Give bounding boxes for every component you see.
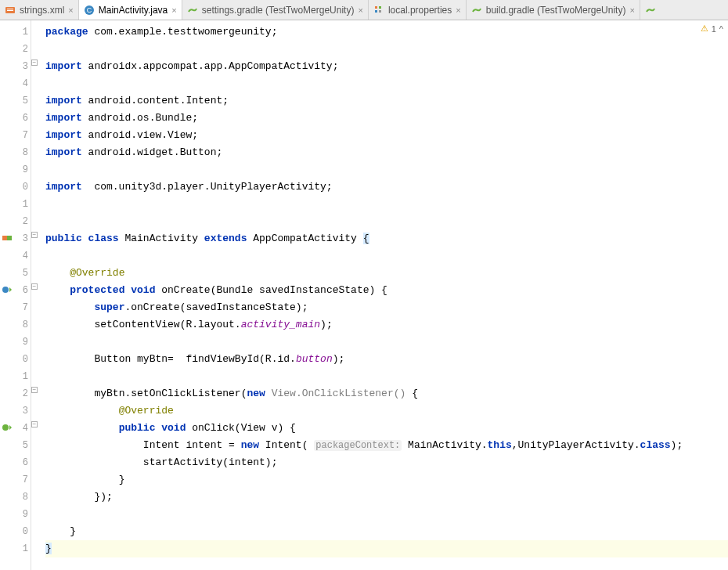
- tab-label: strings.xml: [20, 5, 64, 16]
- svg-rect-8: [379, 10, 381, 13]
- code-line: }: [45, 523, 728, 540]
- svg-point-11: [2, 287, 9, 293]
- line-number: 3: [0, 402, 31, 420]
- line-number: 9: [0, 506, 31, 523]
- code-line: import android.os.Bundle;: [45, 110, 728, 127]
- close-icon[interactable]: ×: [629, 5, 634, 15]
- code-line: public class MainActivity extends AppCom…: [45, 230, 728, 247]
- code-editor[interactable]: ⚠ 1 ^ package com.example.testtwomergeun…: [39, 20, 728, 570]
- line-number: 7: [0, 471, 31, 489]
- code-line: import android.content.Intent;: [45, 92, 728, 110]
- line-number: 6: [0, 110, 31, 127]
- svg-rect-5: [375, 6, 377, 9]
- tab-overflow[interactable]: [640, 0, 665, 20]
- code-line: });: [45, 489, 728, 506]
- line-number: 5: [0, 265, 31, 282]
- code-line: protected void onCreate(Bundle savedInst…: [45, 282, 728, 299]
- fold-gutter[interactable]: − − − − −: [31, 20, 39, 570]
- tab-label: MainActivity.java: [99, 5, 168, 16]
- line-number: 8: [0, 144, 31, 161]
- svg-rect-6: [379, 6, 381, 9]
- code-line: import androidx.appcompat.app.AppCompatA…: [45, 58, 728, 75]
- inspection-widget[interactable]: ⚠ 1 ^: [701, 23, 723, 34]
- warning-icon: ⚠: [701, 23, 708, 34]
- code-line: Intent intent = new Intent( packageConte…: [45, 437, 728, 454]
- gradle-icon: [645, 5, 656, 16]
- fold-marker[interactable]: −: [31, 232, 38, 238]
- fold-marker[interactable]: −: [31, 60, 38, 66]
- parameter-hint: packageContext:: [314, 440, 402, 451]
- line-number: 0: [0, 351, 31, 368]
- code-line: package com.example.testtwomergeunity;: [45, 23, 728, 41]
- tab-build-gradle[interactable]: build.gradle (TestTwoMergeUnity) ×: [467, 0, 640, 20]
- tab-mainactivity-java[interactable]: C MainActivity.java ×: [79, 0, 182, 20]
- line-number: 3: [0, 230, 31, 247]
- svg-text:C: C: [87, 6, 92, 14]
- line-number: 5: [0, 92, 31, 110]
- svg-point-12: [2, 424, 9, 431]
- code-line: [45, 161, 728, 179]
- code-line: Button myBtn= findViewById(R.id.button);: [45, 351, 728, 368]
- code-line: [45, 196, 728, 213]
- fold-marker[interactable]: −: [31, 283, 38, 290]
- line-number: 9: [0, 334, 31, 351]
- code-line: import android.view.View;: [45, 127, 728, 144]
- override-gutter-icon[interactable]: [2, 284, 13, 295]
- line-number: 0: [0, 179, 31, 196]
- line-number: 8: [0, 316, 31, 334]
- code-line: [45, 213, 728, 230]
- code-line: @Override: [45, 402, 728, 420]
- code-line: [45, 334, 728, 351]
- line-number: 0: [0, 523, 31, 540]
- tab-strings-xml[interactable]: strings.xml ×: [0, 0, 79, 20]
- line-number: 1: [0, 196, 31, 213]
- warning-count: 1: [712, 24, 716, 34]
- class-gutter-icon[interactable]: [2, 233, 13, 244]
- line-number: 2: [0, 41, 31, 58]
- chevron-up-icon[interactable]: ^: [719, 24, 723, 34]
- close-icon[interactable]: ×: [358, 5, 362, 15]
- code-line: [45, 75, 728, 92]
- line-number: 1: [0, 368, 31, 385]
- code-line: myBtn.setOnClickListener(new View.OnClic…: [45, 385, 728, 402]
- tab-label: local.properties: [388, 5, 452, 16]
- close-icon[interactable]: ×: [456, 5, 460, 15]
- tab-settings-gradle[interactable]: settings.gradle (TestTwoMergeUnity) ×: [182, 0, 369, 20]
- line-number-gutter[interactable]: 1 2 3 4 5 6 7 8 9 0 1 2 3 4 5 6 7 8 9 0 …: [0, 20, 31, 570]
- code-line: @Override: [45, 265, 728, 282]
- implements-gutter-icon[interactable]: [2, 422, 13, 433]
- code-line: startActivity(intent);: [45, 454, 728, 471]
- svg-rect-9: [2, 236, 7, 240]
- java-class-icon: C: [84, 5, 95, 16]
- line-number: 6: [0, 454, 31, 471]
- gradle-icon: [187, 5, 198, 16]
- line-number: 4: [0, 75, 31, 92]
- line-number: 6: [0, 282, 31, 299]
- line-number: 7: [0, 127, 31, 144]
- code-line: [45, 247, 728, 265]
- code-line: [45, 368, 728, 385]
- line-number: 4: [0, 420, 31, 437]
- tab-local-properties[interactable]: local.properties ×: [369, 0, 467, 20]
- svg-rect-2: [7, 10, 13, 11]
- line-number: 2: [0, 213, 31, 230]
- xml-icon: [5, 5, 16, 16]
- svg-rect-7: [375, 10, 377, 13]
- code-line: public void onClick(View v) {: [45, 420, 728, 437]
- svg-rect-1: [7, 9, 13, 9]
- svg-rect-10: [7, 236, 12, 240]
- close-icon[interactable]: ×: [68, 5, 73, 15]
- code-line: }: [45, 540, 728, 557]
- line-number: 5: [0, 437, 31, 454]
- code-line: [45, 41, 728, 58]
- code-line: setContentView(R.layout.activity_main);: [45, 316, 728, 334]
- line-number: 1: [0, 540, 31, 557]
- line-number: 7: [0, 299, 31, 316]
- fold-marker[interactable]: −: [31, 421, 38, 428]
- line-number: 8: [0, 489, 31, 506]
- line-number: 3: [0, 58, 31, 75]
- fold-marker[interactable]: −: [31, 387, 38, 393]
- tab-label: build.gradle (TestTwoMergeUnity): [486, 5, 626, 16]
- editor-area: 1 2 3 4 5 6 7 8 9 0 1 2 3 4 5 6 7 8 9 0 …: [0, 20, 728, 570]
- close-icon[interactable]: ×: [171, 5, 176, 15]
